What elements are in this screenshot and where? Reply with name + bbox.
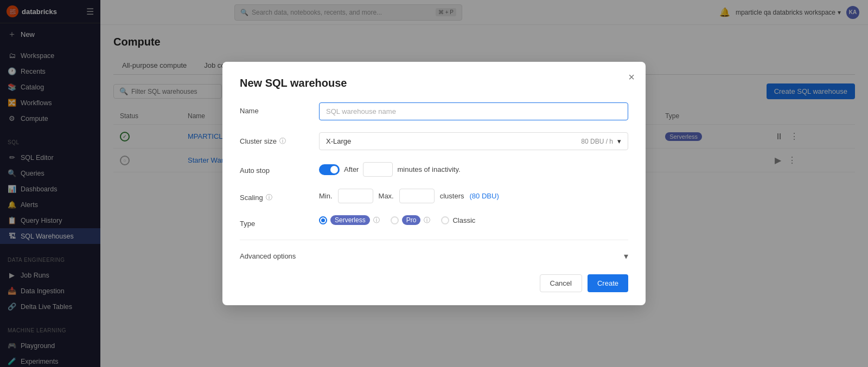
pro-type-badge: Pro: [402, 215, 421, 225]
advanced-options-chevron-icon: ▾: [624, 251, 628, 261]
scaling-max-input[interactable]: 1: [399, 189, 435, 203]
modal-cluster-size-row: Cluster size ⓘ X-Large 80 DBU / h ▾: [240, 132, 628, 150]
type-label-text: Type: [240, 220, 255, 228]
scaling-controls: Min. 1 Max. 1 clusters (80 DBU): [319, 189, 628, 203]
cluster-size-dbu: 80 DBU / h: [581, 138, 613, 145]
auto-stop-toggle[interactable]: [319, 164, 340, 175]
cluster-size-select[interactable]: X-Large 80 DBU / h ▾: [319, 132, 628, 150]
cluster-size-label: Cluster size ⓘ: [240, 132, 310, 146]
toggle-slider: [319, 164, 340, 175]
auto-stop-after-label: After: [344, 165, 359, 173]
modal-type-row: Type Serverless ⓘ Pro ⓘ: [240, 215, 628, 228]
cluster-size-field: X-Large 80 DBU / h ▾: [319, 132, 628, 150]
pro-info-icon[interactable]: ⓘ: [424, 216, 430, 225]
serverless-info-icon[interactable]: ⓘ: [373, 216, 380, 225]
modal-scaling-row: Scaling ⓘ Min. 1 Max. 1 clusters (80 DBU…: [240, 189, 628, 203]
modal-footer: Cancel Create: [240, 274, 628, 292]
auto-stop-label-text: Auto stop: [240, 166, 270, 175]
type-label: Type: [240, 215, 310, 228]
auto-stop-field: After 10 minutes of inactivity.: [319, 162, 628, 177]
modal-title: New SQL warehouse: [240, 77, 628, 89]
scaling-clusters-label: clusters: [440, 192, 464, 200]
type-option-classic[interactable]: Classic: [441, 216, 475, 224]
create-button[interactable]: Create: [588, 274, 628, 292]
pro-radio[interactable]: [391, 216, 399, 224]
name-label-text: Name: [240, 107, 259, 115]
scaling-min-input[interactable]: 1: [338, 189, 373, 203]
name-field-label: Name: [240, 102, 310, 115]
classic-type-label: Classic: [452, 216, 475, 224]
cluster-size-label-text: Cluster size: [240, 137, 277, 145]
modal-divider: [240, 240, 628, 240]
scaling-label-text: Scaling: [240, 194, 263, 202]
scaling-field: Min. 1 Max. 1 clusters (80 DBU): [319, 189, 628, 203]
new-sql-warehouse-modal: New SQL warehouse × Name Cluster size ⓘ …: [222, 62, 646, 305]
cluster-size-info-icon[interactable]: ⓘ: [279, 137, 286, 146]
auto-stop-minutes-label: minutes of inactivity.: [397, 165, 460, 173]
auto-stop-label: Auto stop: [240, 162, 310, 175]
scaling-dbu-label: (80 DBU): [470, 192, 499, 200]
cluster-size-right: 80 DBU / h ▾: [581, 137, 621, 145]
scaling-label: Scaling ⓘ: [240, 189, 310, 202]
warehouse-name-input[interactable]: [319, 102, 628, 120]
auto-stop-minutes-input[interactable]: 10: [363, 162, 393, 177]
modal-auto-stop-row: Auto stop After 10 minutes of inactivity…: [240, 162, 628, 177]
type-options: Serverless ⓘ Pro ⓘ Classic: [319, 215, 628, 225]
scaling-min-label: Min.: [319, 192, 333, 200]
modal-name-row: Name: [240, 102, 628, 120]
type-option-pro[interactable]: Pro ⓘ: [391, 215, 431, 225]
serverless-radio[interactable]: [319, 216, 327, 224]
modal-close-button[interactable]: ×: [628, 72, 635, 82]
auto-stop-controls: After 10 minutes of inactivity.: [319, 162, 628, 177]
serverless-type-badge: Serverless: [330, 215, 370, 225]
type-field: Serverless ⓘ Pro ⓘ Classic: [319, 215, 628, 225]
advanced-options-row[interactable]: Advanced options ▾: [240, 249, 628, 263]
scaling-info-icon[interactable]: ⓘ: [266, 193, 272, 202]
cancel-button[interactable]: Cancel: [540, 274, 582, 292]
name-field: [319, 102, 628, 120]
cluster-size-chevron-icon: ▾: [617, 137, 621, 145]
classic-radio[interactable]: [441, 216, 449, 224]
type-option-serverless[interactable]: Serverless ⓘ: [319, 215, 380, 225]
modal-overlay[interactable]: New SQL warehouse × Name Cluster size ⓘ …: [0, 0, 868, 367]
scaling-max-label: Max.: [379, 192, 394, 200]
advanced-options-label: Advanced options: [240, 252, 296, 260]
cluster-size-value: X-Large: [326, 137, 351, 145]
